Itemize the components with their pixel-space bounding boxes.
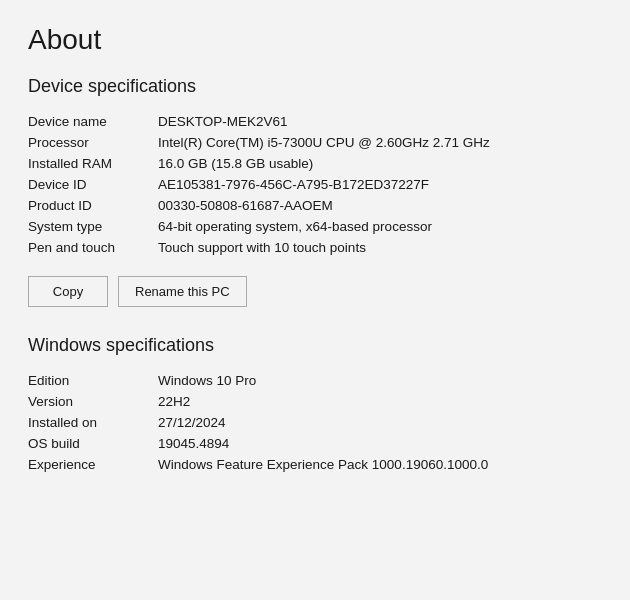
spec-value: Windows Feature Experience Pack 1000.190… <box>158 454 602 475</box>
spec-label: Version <box>28 391 158 412</box>
spec-label: Experience <box>28 454 158 475</box>
table-row: Installed RAM 16.0 GB (15.8 GB usable) <box>28 153 602 174</box>
table-row: Device ID AE105381-7976-456C-A795-B172ED… <box>28 174 602 195</box>
spec-label: Installed RAM <box>28 153 158 174</box>
spec-value: Windows 10 Pro <box>158 370 602 391</box>
spec-value: AE105381-7976-456C-A795-B172ED37227F <box>158 174 602 195</box>
table-row: Experience Windows Feature Experience Pa… <box>28 454 602 475</box>
spec-value: Touch support with 10 touch points <box>158 237 602 258</box>
table-row: Pen and touch Touch support with 10 touc… <box>28 237 602 258</box>
windows-specs-table: Edition Windows 10 Pro Version 22H2 Inst… <box>28 370 602 475</box>
table-row: OS build 19045.4894 <box>28 433 602 454</box>
copy-button[interactable]: Copy <box>28 276 108 307</box>
spec-value: 64-bit operating system, x64-based proce… <box>158 216 602 237</box>
device-specs-table: Device name DESKTOP-MEK2V61 Processor In… <box>28 111 602 258</box>
spec-label: Device name <box>28 111 158 132</box>
table-row: Product ID 00330-50808-61687-AAOEM <box>28 195 602 216</box>
table-row: Installed on 27/12/2024 <box>28 412 602 433</box>
spec-value: 16.0 GB (15.8 GB usable) <box>158 153 602 174</box>
spec-label: System type <box>28 216 158 237</box>
table-row: System type 64-bit operating system, x64… <box>28 216 602 237</box>
spec-value: 22H2 <box>158 391 602 412</box>
device-specs-section-title: Device specifications <box>28 76 602 97</box>
spec-value: 19045.4894 <box>158 433 602 454</box>
spec-value: DESKTOP-MEK2V61 <box>158 111 602 132</box>
table-row: Device name DESKTOP-MEK2V61 <box>28 111 602 132</box>
spec-label: Product ID <box>28 195 158 216</box>
page-title: About <box>28 24 602 56</box>
table-row: Processor Intel(R) Core(TM) i5-7300U CPU… <box>28 132 602 153</box>
table-row: Edition Windows 10 Pro <box>28 370 602 391</box>
rename-pc-button[interactable]: Rename this PC <box>118 276 247 307</box>
device-buttons-row: Copy Rename this PC <box>28 276 602 307</box>
spec-value: 00330-50808-61687-AAOEM <box>158 195 602 216</box>
spec-label: Pen and touch <box>28 237 158 258</box>
spec-label: OS build <box>28 433 158 454</box>
table-row: Version 22H2 <box>28 391 602 412</box>
spec-value: Intel(R) Core(TM) i5-7300U CPU @ 2.60GHz… <box>158 132 602 153</box>
spec-label: Processor <box>28 132 158 153</box>
spec-label: Device ID <box>28 174 158 195</box>
spec-label: Edition <box>28 370 158 391</box>
windows-specs-section-title: Windows specifications <box>28 335 602 356</box>
spec-value: 27/12/2024 <box>158 412 602 433</box>
spec-label: Installed on <box>28 412 158 433</box>
